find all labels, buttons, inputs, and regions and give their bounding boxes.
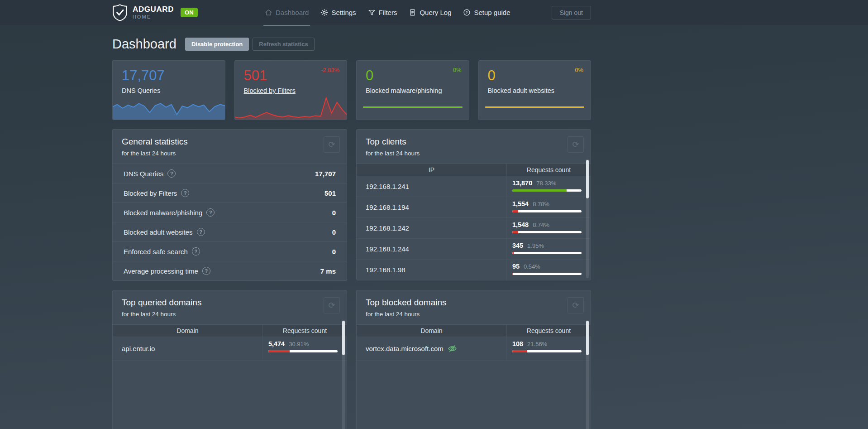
help-icon[interactable]: ? (202, 267, 210, 275)
stat-card-blocked-adult: 0% 0 Blocked adult websites (478, 60, 591, 120)
adguard-home-logo[interactable]: ADGUARD HOME ON (112, 4, 198, 21)
blocked-adult-label: Blocked adult websites (488, 87, 555, 94)
nav-dashboard-label: Dashboard (276, 9, 309, 16)
protection-status-badge: ON (181, 8, 198, 17)
blocked-filters-trend: -2.83% (321, 67, 339, 73)
client-row: 192.168.1.98 950.54% (357, 259, 591, 280)
stat-row-label: DNS Queries (124, 170, 163, 178)
brand-sub: HOME (133, 14, 174, 19)
blocked-malware-trend: 0% (453, 67, 462, 73)
client-ip: 192.168.1.241 (366, 183, 409, 190)
stat-cards-row: 17,707 DNS Queries -2.83% 501 Blocked by… (112, 60, 591, 120)
request-percent: 78.33% (536, 180, 556, 187)
stat-row-label: Blocked adult websites (124, 228, 193, 236)
stat-row-value: 0 (332, 248, 336, 255)
blocked-filters-sparkline (234, 92, 348, 120)
progress-bar (512, 231, 582, 233)
disable-protection-button[interactable]: Disable protection (185, 38, 249, 51)
refresh-icon: ⟳ (328, 140, 335, 149)
refresh-button[interactable]: ⟳ (324, 136, 340, 153)
question-circle-icon: ? (463, 9, 471, 16)
scrollbar-track[interactable] (586, 320, 589, 429)
scrollbar-track[interactable] (342, 320, 345, 429)
refresh-button[interactable]: ⟳ (568, 136, 584, 153)
request-percent: 8.74% (533, 222, 549, 228)
refresh-button[interactable]: ⟳ (568, 297, 584, 313)
nav-dashboard[interactable]: Dashboard (265, 0, 309, 25)
help-icon[interactable]: ? (206, 208, 215, 217)
top-clients-title: Top clients (366, 137, 582, 147)
nav-setup-guide[interactable]: ? Setup guide (463, 0, 510, 25)
help-icon[interactable]: ? (181, 189, 189, 197)
table-row-divider (357, 360, 591, 429)
dns-queries-value: 17,707 (122, 67, 225, 84)
stat-row: DNS Queries? 17,707 (113, 164, 347, 183)
sign-out-button[interactable]: Sign out (552, 6, 591, 19)
stat-row-label: Enforced safe search (124, 248, 188, 255)
stat-row-value: 0 (332, 228, 336, 236)
progress-bar (512, 252, 582, 254)
request-count: 1,548 (512, 221, 529, 228)
refresh-statistics-button[interactable]: Refresh statistics (253, 38, 314, 51)
stat-row: Blocked by Filters? 501 (113, 183, 347, 202)
request-count: 108 (512, 340, 523, 347)
stat-row-label: Blocked by Filters (124, 189, 177, 197)
dashboard-page: Dashboard Disable protection Refresh sta… (112, 37, 591, 429)
scrollbar-track[interactable] (586, 159, 589, 278)
help-icon[interactable]: ? (192, 247, 200, 255)
column-header-requests: Requests count (262, 325, 347, 337)
home-icon (265, 9, 272, 16)
nav-query-log[interactable]: Query Log (409, 0, 451, 25)
scrollbar-thumb[interactable] (586, 160, 589, 198)
refresh-icon: ⟳ (572, 300, 579, 310)
gear-icon (320, 9, 328, 16)
stat-row: Average processing time? 7 ms (113, 261, 347, 280)
refresh-icon: ⟳ (572, 140, 579, 149)
stat-card-blocked-malware: 0% 0 Blocked malware/phishing (356, 60, 469, 120)
help-icon[interactable]: ? (197, 228, 205, 236)
svg-text:?: ? (466, 10, 468, 14)
nav-menu: Dashboard Settings Filters Query Log ? S… (265, 0, 510, 25)
progress-bar (268, 350, 338, 352)
eye-slash-tracker-icon (448, 344, 457, 353)
domain-name: api.entur.io (122, 345, 155, 352)
request-count: 95 (512, 263, 520, 270)
general-statistics-panel: General statistics for the last 24 hours… (112, 129, 347, 281)
top-queried-domains-panel: Top queried domains for the last 24 hour… (112, 290, 347, 429)
document-icon (409, 9, 416, 16)
column-header-domain: Domain (113, 325, 262, 337)
nav-settings[interactable]: Settings (320, 0, 356, 25)
request-percent: 30.91% (289, 341, 309, 347)
help-icon[interactable]: ? (167, 169, 176, 178)
scrollbar-thumb[interactable] (342, 321, 345, 355)
column-header-requests: Requests count (506, 325, 591, 337)
client-ip: 192.168.1.194 (366, 203, 409, 211)
stat-row: Blocked malware/phishing? 0 (113, 202, 347, 222)
table-header: Domain Requests count (357, 324, 591, 337)
refresh-button[interactable]: ⟳ (324, 297, 340, 313)
domain-name: vortex.data.microsoft.com (366, 345, 444, 352)
page-title: Dashboard (112, 37, 176, 52)
general-statistics-title: General statistics (122, 137, 338, 147)
column-header-domain: Domain (357, 325, 506, 337)
stat-row-value: 0 (332, 209, 336, 217)
table-header: Domain Requests count (113, 324, 347, 337)
funnel-icon (368, 9, 376, 16)
client-ip: 192.168.1.244 (366, 245, 409, 253)
client-ip: 192.168.1.98 (366, 266, 405, 274)
request-percent: 1.95% (527, 242, 544, 249)
brand-name: ADGUARD (133, 5, 174, 13)
top-queried-domains-title: Top queried domains (122, 298, 338, 308)
stat-row-value: 7 ms (320, 267, 336, 275)
stat-row-label: Average processing time (124, 267, 198, 275)
stat-card-dns-queries: 17,707 DNS Queries (112, 60, 225, 120)
stat-row-value: 501 (324, 189, 336, 197)
scrollbar-thumb[interactable] (586, 321, 589, 355)
blocked-adult-trend: 0% (575, 67, 583, 73)
top-clients-panel: Top clients for the last 24 hours ⟳ IP R… (356, 129, 591, 280)
progress-bar (512, 189, 582, 192)
stat-row: Enforced safe search? 0 (113, 241, 347, 261)
top-blocked-domains-subtitle: for the last 24 hours (366, 311, 582, 318)
request-count: 1,554 (512, 200, 529, 207)
nav-filters[interactable]: Filters (368, 0, 397, 25)
